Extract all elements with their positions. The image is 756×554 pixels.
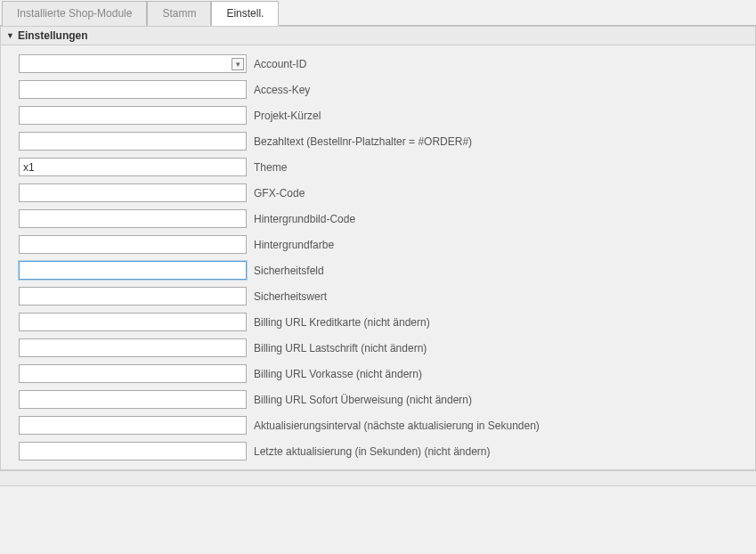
billing-lastschrift-input[interactable] (19, 338, 247, 357)
tab-stamm[interactable]: Stamm (147, 1, 211, 26)
billing-kreditkarte-label: Billing URL Kreditkarte (nicht ändern) (254, 316, 430, 329)
project-code-label: Projekt-Kürzel (254, 110, 321, 122)
footer-bar (0, 470, 756, 486)
last-refresh-label: Letzte aktualisierung (in Sekunden) (nic… (254, 445, 491, 458)
gfx-code-input[interactable] (19, 183, 247, 202)
bg-color-input[interactable] (19, 235, 247, 254)
refresh-interval-input[interactable] (19, 416, 247, 435)
bg-image-code-label: Hintergrundbild-Code (254, 213, 355, 225)
access-key-label: Access-Key (254, 84, 310, 96)
settings-panel-header[interactable]: ▼ Einstellungen (1, 27, 755, 45)
billing-kreditkarte-input[interactable] (19, 313, 247, 331)
row-last-refresh: Letzte aktualisierung (in Sekunden) (nic… (1, 438, 755, 464)
gfx-code-label: GFX-Code (254, 187, 305, 200)
tab-bar: Installierte Shop-Module Stamm Einstell. (0, 0, 756, 26)
theme-input[interactable] (19, 158, 247, 176)
project-code-input[interactable] (19, 106, 247, 125)
account-id-input[interactable] (19, 54, 247, 73)
row-access-key: Access-Key (1, 77, 755, 102)
account-id-input-wrap: ▾ (19, 54, 247, 73)
refresh-interval-label: Aktualisierungsinterval (nächste aktuali… (254, 420, 540, 432)
bg-color-label: Hintergrundfarbe (254, 239, 334, 251)
row-bg-image-code: Hintergrundbild-Code (1, 206, 755, 232)
bg-image-code-input[interactable] (19, 209, 247, 228)
billing-vorkasse-input[interactable] (19, 364, 247, 383)
access-key-input[interactable] (19, 80, 247, 99)
row-security-value: Sicherheitswert (1, 283, 755, 309)
security-field-label: Sicherheitsfeld (254, 265, 324, 277)
row-refresh-interval: Aktualisierungsinterval (nächste aktuali… (1, 412, 755, 438)
billing-vorkasse-label: Billing URL Vorkasse (nicht ändern) (254, 368, 422, 380)
settings-panel: ▼ Einstellungen ▾ Account-ID Access-Key … (0, 26, 756, 470)
billing-lastschrift-label: Billing URL Lastschrift (nicht ändern) (254, 342, 427, 354)
row-billing-kreditkarte: Billing URL Kreditkarte (nicht ändern) (1, 309, 755, 335)
security-value-label: Sicherheitswert (254, 290, 327, 303)
row-security-field: Sicherheitsfeld (1, 257, 755, 283)
row-pay-text: Bezahltext (Bestellnr-Platzhalter = #ORD… (1, 128, 755, 154)
tab-einstell[interactable]: Einstell. (211, 1, 279, 26)
account-id-label: Account-ID (254, 58, 306, 70)
tab-installed-modules[interactable]: Installierte Shop-Module (2, 1, 147, 26)
billing-sofort-label: Billing URL Sofort Überweisung (nicht än… (254, 394, 472, 406)
row-bg-color: Hintergrundfarbe (1, 232, 755, 257)
billing-sofort-input[interactable] (19, 390, 247, 409)
last-refresh-input[interactable] (19, 442, 247, 460)
row-project-code: Projekt-Kürzel (1, 102, 755, 128)
row-billing-lastschrift: Billing URL Lastschrift (nicht ändern) (1, 335, 755, 361)
security-value-input[interactable] (19, 287, 247, 306)
collapse-icon: ▼ (6, 31, 14, 40)
tab-content: ▼ Einstellungen ▾ Account-ID Access-Key … (0, 26, 756, 486)
row-account-id: ▾ Account-ID (1, 51, 755, 77)
pay-text-label: Bezahltext (Bestellnr-Platzhalter = #ORD… (254, 135, 472, 148)
row-theme: Theme (1, 154, 755, 180)
pay-text-input[interactable] (19, 132, 247, 151)
account-id-lookup-icon[interactable]: ▾ (232, 58, 244, 70)
settings-panel-title: Einstellungen (18, 29, 88, 42)
row-billing-vorkasse: Billing URL Vorkasse (nicht ändern) (1, 361, 755, 387)
settings-form: ▾ Account-ID Access-Key Projekt-Kürzel B… (1, 45, 755, 469)
security-field-input[interactable] (19, 261, 247, 280)
row-billing-sofort: Billing URL Sofort Überweisung (nicht än… (1, 387, 755, 412)
row-gfx-code: GFX-Code (1, 180, 755, 206)
theme-label: Theme (254, 161, 287, 174)
